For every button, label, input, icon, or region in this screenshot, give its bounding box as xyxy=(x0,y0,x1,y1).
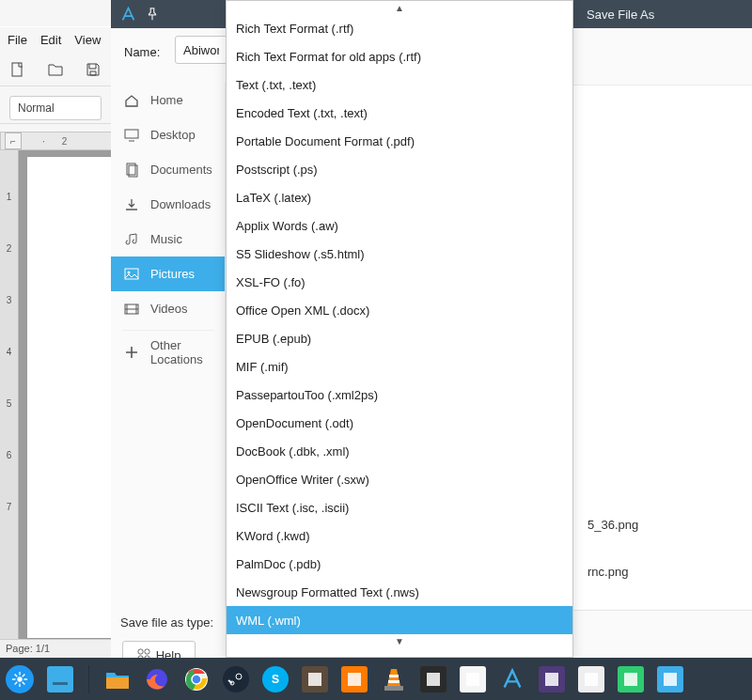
dropdown-scroll-down[interactable]: ▼ xyxy=(227,634,572,647)
svg-point-8 xyxy=(145,649,149,654)
paragraph-style-dropdown[interactable]: Normal xyxy=(9,96,102,120)
filetype-option[interactable]: Rich Text Format (.rtf) xyxy=(227,14,572,42)
firefox-icon[interactable] xyxy=(144,666,170,692)
sidebar-item-pictures[interactable]: Pictures xyxy=(111,257,225,291)
menu-file[interactable]: File xyxy=(8,33,27,47)
sidebar-item-videos[interactable]: Videos xyxy=(111,291,225,326)
svg-rect-31 xyxy=(585,673,598,686)
filetype-option[interactable]: PassepartouToo (.xml2ps) xyxy=(227,381,572,409)
status-bar: Page: 1/1 xyxy=(0,639,113,656)
filetype-option[interactable]: Applix Words (.aw) xyxy=(227,211,572,240)
filetype-option[interactable]: MIF (.mif) xyxy=(227,352,572,381)
filetype-option[interactable]: Text (.txt, .text) xyxy=(227,70,572,99)
file-entry[interactable]: rnc.png xyxy=(588,565,628,579)
menu-view[interactable]: View xyxy=(74,33,101,47)
svg-rect-27 xyxy=(384,686,403,691)
sidebar-item-label: Desktop xyxy=(150,128,196,142)
skype-icon[interactable]: S xyxy=(262,666,289,692)
calc-icon[interactable] xyxy=(539,666,565,692)
filetype-dropdown[interactable]: ▲ Rich Text Format (.rtf)Rich Text Forma… xyxy=(226,0,573,658)
svg-rect-29 xyxy=(466,673,479,686)
sidebar-item-label: Documents xyxy=(150,163,212,177)
sidebar-item-label: Downloads xyxy=(150,197,211,211)
page-sheet[interactable] xyxy=(26,156,113,639)
taskbar[interactable]: S xyxy=(0,658,752,700)
sidebar-item-label: Music xyxy=(150,232,182,246)
filename-input[interactable] xyxy=(175,36,227,64)
sidebar-item-label: Pictures xyxy=(150,267,195,281)
filetype-option[interactable]: Postscript (.ps) xyxy=(227,155,572,183)
svg-rect-30 xyxy=(545,673,558,686)
filetype-option[interactable]: ISCII Text (.isc, .iscii) xyxy=(227,493,572,521)
editor-toolbar xyxy=(0,53,113,86)
filetype-option[interactable]: DocBook (.dbk, .xml) xyxy=(227,437,572,465)
sidebar-item-label: Home xyxy=(150,93,183,107)
show-desktop-icon[interactable] xyxy=(47,666,73,692)
filetype-option[interactable]: PalmDoc (.pdb) xyxy=(227,550,572,578)
filetype-option[interactable]: Rich Text Format for old apps (.rtf) xyxy=(227,42,572,70)
filetype-option[interactable]: OpenOffice Writer (.sxw) xyxy=(227,465,572,493)
sidebar-item-desktop[interactable]: Desktop xyxy=(111,117,225,152)
editor-menubar[interactable]: File Edit View I xyxy=(0,26,113,53)
notes-icon[interactable] xyxy=(578,666,604,692)
svg-rect-1 xyxy=(125,130,138,138)
horizontal-ruler[interactable]: ⌐ · 2 xyxy=(0,132,113,150)
taskbar-separator xyxy=(88,665,89,693)
svg-rect-28 xyxy=(427,673,440,686)
filetype-option[interactable]: KWord (.kwd) xyxy=(227,521,572,550)
dialog-title[interactable]: Save File As xyxy=(573,0,752,28)
filetype-option[interactable]: WML (.wml) xyxy=(227,606,572,634)
svg-point-20 xyxy=(236,674,242,679)
filetype-option[interactable]: OpenDocument (.odt) xyxy=(227,409,572,437)
sidebar-item-home[interactable]: Home xyxy=(111,83,225,117)
filetype-option[interactable]: Portable Document Format (.pdf) xyxy=(227,127,572,155)
pin-icon[interactable] xyxy=(146,8,159,21)
sidebar-item-label: Other Locations xyxy=(150,338,225,366)
terminal-icon[interactable] xyxy=(420,666,446,692)
sidebar-item-other-locations[interactable]: Other Locations xyxy=(111,334,225,369)
svg-point-11 xyxy=(17,677,22,681)
kde-menu-icon[interactable] xyxy=(6,665,34,693)
music-icon xyxy=(124,232,139,247)
save-file-dialog: Save File As Name: HomeDesktopDocumentsD… xyxy=(111,28,752,658)
gimp-icon[interactable] xyxy=(302,666,328,692)
sidebar-item-music[interactable]: Music xyxy=(111,222,225,257)
dropdown-scroll-up[interactable]: ▲ xyxy=(227,1,572,14)
filetype-option[interactable]: S5 Slideshow (.s5.html) xyxy=(227,240,572,268)
abiword-icon[interactable] xyxy=(499,666,525,692)
filetype-option[interactable]: Office Open XML (.docx) xyxy=(227,296,572,324)
filetype-label: Save file as type: xyxy=(120,615,213,630)
writer-icon[interactable] xyxy=(460,666,486,692)
files-icon[interactable] xyxy=(104,666,131,692)
svg-rect-24 xyxy=(348,673,361,686)
kscreen-icon[interactable] xyxy=(618,666,644,692)
menu-edit[interactable]: Edit xyxy=(40,33,61,47)
filetype-option[interactable]: Newsgroup Formatted Text (.nws) xyxy=(227,578,572,606)
file-entry[interactable]: 5_36.png xyxy=(588,518,638,532)
filetype-option[interactable]: Encoded Text (.txt, .text) xyxy=(227,99,572,127)
filetype-option[interactable]: XSL-FO (.fo) xyxy=(227,268,572,296)
style-row: Normal xyxy=(0,92,113,124)
svg-rect-13 xyxy=(53,682,68,685)
editor-window: File Edit View I Normal ⌐ · 2 1 2 3 4 5 … xyxy=(0,0,113,653)
new-doc-icon[interactable] xyxy=(9,62,26,77)
abiword-logo-icon xyxy=(120,7,136,23)
monitor-icon[interactable] xyxy=(657,666,683,692)
sidebar-item-documents[interactable]: Documents xyxy=(111,152,225,187)
desktop-icon xyxy=(124,128,139,143)
vertical-ruler[interactable]: 1 2 3 4 5 6 7 xyxy=(0,150,19,639)
save-icon[interactable] xyxy=(85,62,102,77)
steam-icon[interactable] xyxy=(223,666,249,692)
svg-rect-0 xyxy=(12,63,22,76)
svg-point-7 xyxy=(138,649,143,654)
svg-rect-23 xyxy=(308,673,321,686)
chrome-icon[interactable] xyxy=(183,666,210,692)
filetype-option[interactable]: EPUB (.epub) xyxy=(227,324,572,352)
sidebar-item-downloads[interactable]: Downloads xyxy=(111,187,225,222)
vlc-icon[interactable] xyxy=(381,666,407,692)
tab-stop-icon[interactable]: ⌐ xyxy=(5,132,22,149)
filetype-option[interactable]: LaTeX (.latex) xyxy=(227,183,572,211)
open-folder-icon[interactable] xyxy=(47,62,64,77)
vbox-icon[interactable] xyxy=(341,666,368,692)
file-listing[interactable]: 5_36.png rnc.png xyxy=(572,85,752,611)
